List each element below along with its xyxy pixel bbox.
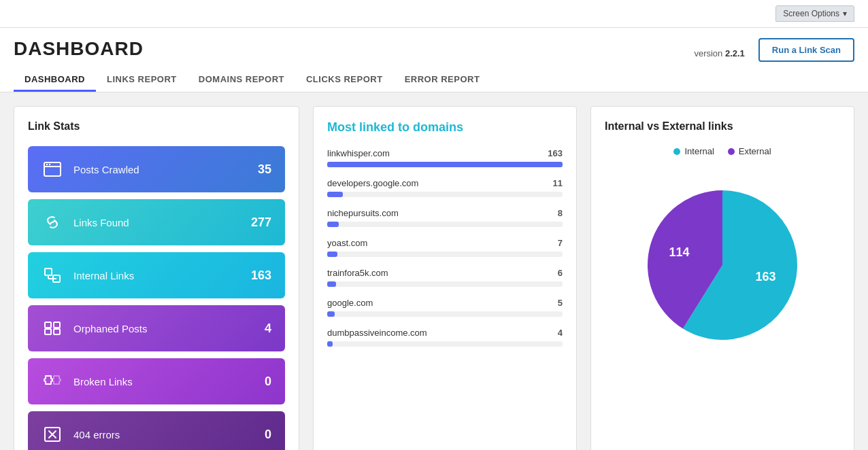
domain-count: 8 bbox=[558, 208, 563, 218]
broken-links-card[interactable]: Broken Links 0 bbox=[28, 358, 285, 404]
domain-bar-bg bbox=[327, 192, 563, 197]
svg-line-4 bbox=[50, 221, 55, 224]
svg-rect-11 bbox=[45, 329, 51, 334]
domain-count: 7 bbox=[558, 238, 563, 248]
domain-row: dumbpassiveincome.com 4 bbox=[327, 328, 563, 347]
internal-links-label: Internal Links bbox=[73, 270, 134, 281]
domain-count: 4 bbox=[558, 328, 563, 338]
screen-options-button[interactable]: Screen Options ▾ bbox=[775, 5, 854, 22]
domain-bar-fill bbox=[327, 281, 336, 287]
screen-options-label: Screen Options bbox=[783, 9, 839, 18]
pie-label: 163 bbox=[755, 270, 775, 283]
svg-point-3 bbox=[49, 164, 50, 165]
svg-rect-10 bbox=[54, 322, 60, 328]
internal-links-value: 163 bbox=[251, 269, 271, 283]
legend-external: External bbox=[728, 146, 771, 156]
pie-container: Internal External 163114 bbox=[605, 146, 840, 363]
svg-rect-12 bbox=[54, 329, 60, 334]
domain-bar-fill bbox=[327, 252, 337, 257]
domain-name: developers.google.com bbox=[327, 178, 418, 188]
domain-name: google.com bbox=[327, 298, 373, 308]
pie-chart-title: Internal vs External links bbox=[605, 120, 840, 133]
tab-links-report[interactable]: LINKS REPORT bbox=[96, 69, 188, 92]
tab-dashboard[interactable]: DASHBOARD bbox=[14, 69, 96, 92]
domain-bar-bg bbox=[327, 252, 563, 257]
domain-count: 11 bbox=[553, 178, 563, 188]
links-found-card[interactable]: Links Found 277 bbox=[28, 199, 285, 245]
domain-bar-fill bbox=[327, 341, 333, 347]
domain-count: 6 bbox=[558, 268, 563, 278]
404-errors-card[interactable]: 404 errors 0 bbox=[28, 411, 285, 450]
domain-name: linkwhisper.com bbox=[327, 148, 390, 158]
domain-bar-fill bbox=[327, 222, 339, 227]
domain-count: 163 bbox=[548, 148, 563, 158]
grid-icon bbox=[41, 317, 63, 339]
domain-bar-fill bbox=[327, 311, 335, 317]
orphaned-posts-value: 4 bbox=[265, 322, 271, 336]
svg-rect-5 bbox=[45, 269, 52, 275]
top-bar: Screen Options ▾ bbox=[0, 0, 868, 28]
square-icon bbox=[41, 264, 63, 286]
domain-row: trainfora5k.com 6 bbox=[327, 268, 563, 287]
pie-legend: Internal External bbox=[673, 146, 771, 156]
domain-row: linkwhisper.com 163 bbox=[327, 148, 563, 167]
internal-dot bbox=[673, 148, 680, 155]
main-content: Link Stats Posts Crawled 35 bbox=[0, 92, 868, 450]
legend-internal: Internal bbox=[673, 146, 714, 156]
domain-name: nichepursuits.com bbox=[327, 208, 399, 218]
chevron-down-icon: ▾ bbox=[843, 9, 847, 18]
domain-count: 5 bbox=[558, 298, 563, 308]
version-text: version 2.2.1 bbox=[694, 48, 744, 58]
tab-domains-report[interactable]: DOMAINS REPORT bbox=[188, 69, 295, 92]
links-found-value: 277 bbox=[251, 215, 271, 230]
pie-svg-wrapper: 163114 bbox=[627, 170, 818, 363]
link-icon bbox=[41, 211, 63, 233]
domain-rows-container: linkwhisper.com 163 developers.google.co… bbox=[327, 148, 563, 347]
domain-bar-fill bbox=[327, 192, 343, 197]
domain-bar-fill bbox=[327, 162, 563, 167]
most-linked-title: Most linked to domains bbox=[327, 120, 563, 135]
broken-links-value: 0 bbox=[265, 375, 271, 389]
broken-links-label: Broken Links bbox=[73, 376, 133, 387]
domain-name: dumbpassiveincome.com bbox=[327, 328, 427, 338]
internal-legend-label: Internal bbox=[684, 146, 714, 156]
posts-crawled-value: 35 bbox=[258, 162, 271, 177]
domain-bar-bg bbox=[327, 162, 563, 167]
domain-bar-bg bbox=[327, 341, 563, 347]
external-dot bbox=[728, 148, 735, 155]
domain-row: yoast.com 7 bbox=[327, 238, 563, 257]
pie-svg: 163114 bbox=[627, 170, 818, 360]
browser-icon bbox=[41, 158, 63, 180]
domain-name: yoast.com bbox=[327, 238, 367, 248]
link-stats-title: Link Stats bbox=[28, 120, 285, 133]
404-errors-label: 404 errors bbox=[73, 429, 120, 440]
domain-row: developers.google.com 11 bbox=[327, 178, 563, 197]
svg-point-2 bbox=[46, 164, 48, 165]
header-right: version 2.2.1 Run a Link Scan bbox=[694, 38, 854, 62]
domain-bar-bg bbox=[327, 222, 563, 227]
domain-name: trainfora5k.com bbox=[327, 268, 388, 278]
domain-row: google.com 5 bbox=[327, 298, 563, 317]
posts-crawled-label: Posts Crawled bbox=[73, 164, 139, 175]
page-title: DASHBOARD bbox=[14, 38, 144, 60]
pie-chart-panel: Internal vs External links Internal Exte… bbox=[590, 106, 854, 450]
svg-rect-9 bbox=[45, 322, 51, 328]
orphaned-posts-label: Orphaned Posts bbox=[73, 323, 147, 334]
x-box-icon bbox=[41, 423, 63, 445]
internal-links-card[interactable]: Internal Links 163 bbox=[28, 252, 285, 298]
domain-bar-bg bbox=[327, 281, 563, 287]
links-found-label: Links Found bbox=[73, 217, 129, 228]
pie-label: 114 bbox=[669, 245, 690, 259]
most-linked-panel: Most linked to domains linkwhisper.com 1… bbox=[313, 106, 577, 450]
nav-tabs: DASHBOARD LINKS REPORT DOMAINS REPORT CL… bbox=[14, 69, 854, 92]
header-area: DASHBOARD version 2.2.1 Run a Link Scan … bbox=[0, 28, 868, 92]
external-legend-label: External bbox=[739, 146, 771, 156]
domain-row: nichepursuits.com 8 bbox=[327, 208, 563, 227]
posts-crawled-card[interactable]: Posts Crawled 35 bbox=[28, 146, 285, 192]
tab-error-report[interactable]: ERROR REPORT bbox=[394, 69, 491, 92]
tab-clicks-report[interactable]: CLICKS REPORT bbox=[295, 69, 394, 92]
404-errors-value: 0 bbox=[265, 428, 271, 442]
run-link-scan-button[interactable]: Run a Link Scan bbox=[758, 38, 854, 62]
domain-bar-bg bbox=[327, 311, 563, 317]
orphaned-posts-card[interactable]: Orphaned Posts 4 bbox=[28, 305, 285, 351]
